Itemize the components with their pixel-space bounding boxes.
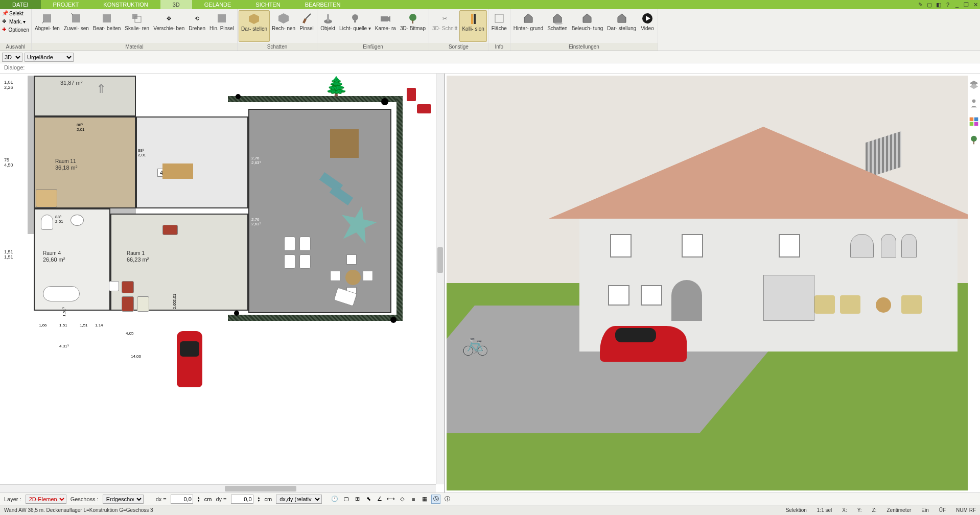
- north-icon[interactable]: Ⓝ: [431, 495, 440, 504]
- chair-icon: [284, 254, 295, 269]
- relative-select[interactable]: dx,dy (relativ ka: [276, 495, 322, 504]
- svg-rect-10: [327, 14, 329, 21]
- kollision-button[interactable]: Kolli- sion: [459, 10, 486, 42]
- handle-icon[interactable]: [390, 317, 396, 323]
- layer-label: Layer :: [4, 496, 21, 502]
- dy-input[interactable]: [231, 495, 253, 504]
- tab-sichten[interactable]: SICHTEN: [243, 0, 292, 9]
- room-1[interactable]: Raum 1 66,23 m²: [110, 214, 248, 311]
- darstellen-button[interactable]: Dar- stellen: [239, 10, 270, 42]
- bearbeiten-button[interactable]: Bear- beiten: [91, 10, 123, 42]
- beleuchtung-button[interactable]: Beleuch- tung: [570, 10, 605, 42]
- mark-button[interactable]: ✥Mark. ▾: [0, 17, 31, 26]
- room-area: 36,18 m²: [55, 165, 77, 171]
- video-button[interactable]: Video: [638, 10, 657, 42]
- handle-icon[interactable]: [236, 94, 241, 99]
- layers-icon[interactable]: [969, 80, 979, 90]
- group-label-einfuegen: Einfügen: [317, 43, 429, 51]
- window-minimize-icon[interactable]: _: [952, 0, 962, 9]
- pinsel-button[interactable]: Pinsel: [297, 10, 316, 42]
- drehen-button[interactable]: ⟲Drehen: [186, 10, 207, 42]
- dimension-text: 88⁵2,01: [77, 123, 85, 132]
- view-side-toolbar: [969, 80, 979, 145]
- scene-3d[interactable]: 🚲: [447, 76, 968, 490]
- hintergrund-button[interactable]: Hinter- grund: [511, 10, 545, 42]
- objekt-button[interactable]: Objekt: [318, 10, 337, 42]
- dimension-text: 2,762,63⁵: [251, 156, 261, 165]
- darstellung-button[interactable]: Dar- stellung: [605, 10, 638, 42]
- terrain-select[interactable]: Urgelände: [25, 53, 74, 62]
- tab-konstruktion[interactable]: KONSTRUKTION: [91, 0, 160, 9]
- select-button[interactable]: 📌Selekt: [0, 9, 31, 17]
- dx-input[interactable]: [171, 495, 193, 504]
- clock-icon[interactable]: 🕐: [330, 495, 339, 504]
- tab-3d[interactable]: 3D: [160, 0, 192, 9]
- view-type-select[interactable]: 3D: [2, 53, 22, 62]
- tree-tool-icon[interactable]: [969, 135, 979, 145]
- window-restore-icon[interactable]: ❐: [962, 0, 971, 9]
- group-label-material: Material: [32, 43, 237, 51]
- scrollbar-thumb[interactable]: [225, 486, 296, 491]
- color-grid-icon[interactable]: [969, 116, 979, 127]
- schatten-einst-button[interactable]: Schatten: [545, 10, 569, 42]
- zuweisen-button[interactable]: Zuwei- sen: [62, 10, 91, 42]
- info-icon[interactable]: ⓘ: [442, 495, 452, 504]
- room-3[interactable]: 45,42 m² 88⁵2,01: [136, 116, 248, 208]
- tab-bearbeiten[interactable]: BEARBEITEN: [293, 0, 353, 9]
- room-2[interactable]: 31,87 m² ⇑: [34, 76, 136, 116]
- tool-box-icon[interactable]: ▢: [925, 0, 934, 9]
- abgreifen-button[interactable]: Abgrei- fen: [33, 10, 62, 42]
- tab-datei[interactable]: DATEI: [0, 0, 41, 9]
- skalieren-button[interactable]: Skalie- ren: [123, 10, 151, 42]
- layer-select[interactable]: 2D-Elemen: [26, 495, 66, 504]
- window-close-icon[interactable]: ✕: [971, 0, 980, 9]
- angle-icon[interactable]: ∠: [375, 495, 384, 504]
- view-2d[interactable]: 1,012,26 754,50 1,511,51 31,87 m² ⇑ Raum…: [0, 74, 445, 493]
- dimension-text: 1,51: [80, 323, 88, 327]
- handle-icon[interactable]: [234, 311, 239, 316]
- bitmap-button[interactable]: 3D- Bitmap: [398, 10, 428, 42]
- ribbon-group-einfuegen: Objekt Licht- quelle ▾ Kame- ra 3D- Bitm…: [317, 9, 429, 51]
- room-4[interactable]: Raum 4 26,60 m² 88⁵2,01: [34, 208, 110, 311]
- view-3d[interactable]: 🚲: [445, 74, 980, 493]
- svg-point-11: [352, 14, 358, 20]
- options-button[interactable]: ✚Optionen: [0, 26, 31, 34]
- tool-palette-icon[interactable]: ◧: [934, 0, 943, 9]
- group-label-auswahl: Auswahl: [0, 43, 31, 51]
- status-ratio: 1:1 sel: [817, 507, 832, 513]
- scrollbar-vertical[interactable]: [436, 74, 444, 484]
- room-11[interactable]: Raum 11 36,18 m² 88⁵2,01: [34, 116, 136, 208]
- cursor-icon[interactable]: ⬉: [364, 495, 373, 504]
- screen-icon[interactable]: 🖵: [341, 495, 351, 504]
- scrollbar-horizontal[interactable]: [0, 484, 436, 493]
- person-icon[interactable]: [969, 98, 979, 108]
- tool-help-icon[interactable]: ?: [943, 0, 952, 9]
- lines-icon[interactable]: ≡: [409, 495, 418, 504]
- floorplan-canvas[interactable]: 1,012,26 754,50 1,511,51 31,87 m² ⇑ Raum…: [3, 76, 442, 469]
- verschieben-button[interactable]: ✥Verschie- ben: [151, 10, 186, 42]
- lichtquelle-button[interactable]: Licht- quelle ▾: [337, 10, 373, 42]
- grid-icon[interactable]: ▦: [420, 495, 429, 504]
- geschoss-select[interactable]: Erdgeschos: [103, 495, 144, 504]
- scrollbar-thumb[interactable]: [437, 247, 443, 273]
- svg-rect-17: [471, 14, 473, 24]
- schnitt-button[interactable]: ✂3D- Schnitt: [430, 10, 459, 42]
- svg-rect-18: [474, 14, 476, 24]
- hin-pinsel-button[interactable]: Hin. Pinsel: [207, 10, 236, 42]
- snap-icon[interactable]: ⊞: [353, 495, 362, 504]
- handle-icon[interactable]: [381, 98, 388, 105]
- bathtub-icon: [43, 286, 80, 301]
- svg-rect-16: [412, 20, 413, 24]
- tab-projekt[interactable]: PROJEKT: [41, 0, 91, 9]
- rechnen-button[interactable]: Rech- nen: [270, 10, 297, 42]
- kamera-button[interactable]: Kame- ra: [373, 10, 398, 42]
- tool-pencil-icon[interactable]: ✎: [916, 0, 925, 9]
- flaeche-button[interactable]: Fläche: [489, 10, 509, 42]
- dimension-text: 1,51: [59, 323, 67, 327]
- table-icon: [137, 296, 149, 312]
- rotate-snap-icon[interactable]: ◇: [398, 495, 407, 504]
- hydrant-icon: [407, 88, 416, 101]
- tab-gelaende[interactable]: GELÄNDE: [192, 0, 244, 9]
- dim-icon[interactable]: ⟷: [386, 495, 395, 504]
- group-label-sonstige: Sonstige: [429, 43, 488, 51]
